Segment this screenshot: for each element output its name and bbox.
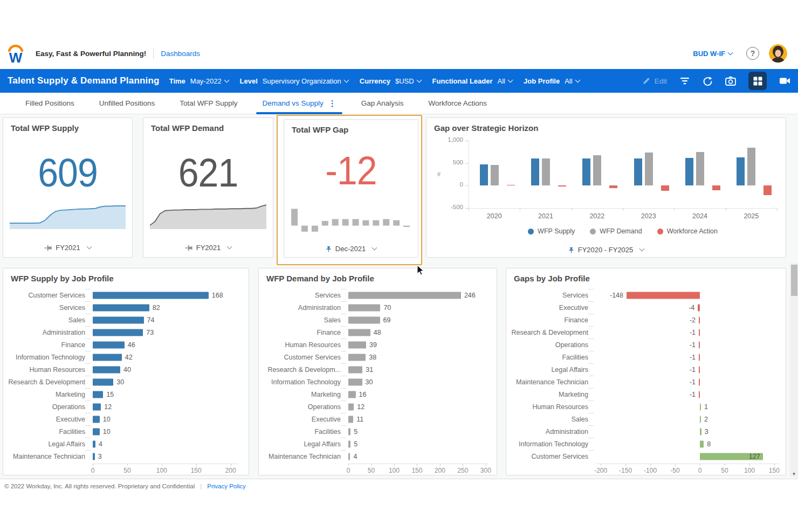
bar: [348, 378, 362, 385]
axis-tick: [341, 363, 346, 364]
period-selector[interactable]: FY2021: [143, 244, 273, 252]
chart-row-research-development: Research & Development-1: [506, 326, 786, 338]
chart-row-human-resources: Human Resources39: [259, 338, 497, 351]
toolbar-actions: Edit: [642, 72, 798, 90]
dashboards-link[interactable]: Dashboards: [161, 50, 200, 58]
value-label: 168: [212, 292, 223, 299]
filter-currency[interactable]: Currency$USD: [360, 77, 421, 85]
app-header: W Easy, Fast & Powerful Planning! Dashbo…: [0, 38, 798, 69]
chevron-down-icon: [416, 77, 422, 82]
bar-workforce-action-2020: [507, 185, 515, 186]
bar: [93, 341, 125, 348]
scrollbar[interactable]: ▾: [790, 263, 798, 477]
bar-wfp-demand-2020: [491, 165, 499, 186]
bar: [93, 453, 95, 460]
bar-area: 4: [348, 450, 488, 462]
footer: © 2022 Workday, Inc. All rights reserved…: [0, 479, 798, 493]
filter-functional-leader[interactable]: Functional LeaderAll: [432, 77, 512, 85]
pencil-icon: [642, 77, 651, 85]
period-selector[interactable]: FY2020 - FY2025: [426, 246, 786, 254]
bar-area: 69: [348, 314, 488, 326]
tab-demand-vs-supply[interactable]: Demand vs Supply⋮: [250, 93, 348, 114]
plan-context-selector[interactable]: BUD W-IF: [693, 50, 732, 58]
tab-total-wfp-supply[interactable]: Total WFP Supply: [167, 93, 250, 114]
chart-row-services: Services82: [3, 301, 249, 314]
bar-wfp-supply-2023: [634, 158, 642, 186]
bar: [93, 354, 122, 361]
period-label: FY2021: [196, 244, 221, 252]
tab-menu-kebab-icon[interactable]: ⋮: [328, 99, 336, 107]
filter-time[interactable]: TimeMay-2022: [169, 77, 229, 85]
bar: [627, 292, 700, 299]
bar: [698, 304, 700, 311]
axis-tick: [85, 326, 91, 327]
scroll-down-arrow-icon[interactable]: ▾: [790, 471, 798, 476]
chart-row-finance: Finance48: [259, 326, 497, 338]
axis-tick: [341, 338, 346, 339]
period-label: FY2020 - FY2025: [578, 246, 634, 254]
grid-view-icon[interactable]: [748, 72, 767, 90]
period-selector[interactable]: FY2021: [3, 244, 132, 252]
help-icon[interactable]: ?: [746, 47, 759, 60]
card-total-wfp-gap[interactable]: Total WFP Gap -12 Dec-2021: [284, 119, 418, 258]
category-label: Marketing: [3, 391, 85, 398]
bar: [348, 341, 366, 348]
screenshot-camera-icon[interactable]: [725, 76, 736, 86]
scrollbar-thumb[interactable]: [791, 265, 797, 296]
x-tick: [440, 464, 441, 466]
tab-bar: Filled PositionsUnfilled PositionsTotal …: [0, 93, 798, 114]
chart-row-research-development: Research & Development30: [3, 376, 249, 388]
bar: [93, 304, 149, 311]
legend-dot: [657, 229, 663, 234]
filter-icon[interactable]: [679, 77, 690, 85]
x-tick-label: 50: [368, 467, 375, 474]
category-label: Human Resources: [3, 366, 85, 374]
category-label: Facilities: [3, 428, 85, 436]
edit-button[interactable]: Edit: [642, 77, 667, 85]
bar-area: -1: [596, 376, 779, 388]
legend-label: WFP Demand: [600, 227, 642, 235]
axis-tick: [588, 388, 594, 389]
tab-workforce-actions[interactable]: Workforce Actions: [416, 93, 500, 114]
filter-job-profile[interactable]: Job ProfileAll: [524, 77, 580, 85]
bar: [699, 316, 700, 323]
chart-row-finance: Finance46: [3, 338, 249, 351]
bar: [700, 416, 701, 423]
tab-unfilled-positions[interactable]: Unfilled Positions: [87, 93, 168, 114]
x-tick: [777, 208, 778, 211]
period-selector[interactable]: Dec-2021: [284, 245, 418, 253]
pushpin-icon: [568, 246, 574, 254]
y-tick: [465, 141, 469, 141]
filter-value: May-2022: [190, 77, 222, 85]
bar-area: 31: [348, 363, 488, 376]
value-label: 10: [103, 416, 111, 423]
bar-area: -1: [596, 351, 779, 363]
mouse-cursor: [417, 265, 427, 275]
privacy-policy-link[interactable]: Privacy Policy: [207, 483, 246, 489]
chart-row-facilities: Facilities10: [3, 425, 249, 438]
x-tick: [726, 208, 726, 211]
category-label: Legal Affairs: [506, 366, 588, 374]
axis-tick: [85, 338, 91, 339]
card-total-wfp-supply[interactable]: Total WFP Supply 609 FY2021: [3, 118, 133, 258]
value-label: -2: [690, 316, 696, 324]
tab-filled-positions[interactable]: Filled Positions: [13, 93, 87, 114]
x-tick-label: -150: [619, 467, 632, 474]
chart-row-maintenance-technician: Maintenance Technician4: [259, 450, 497, 462]
filter-label: Job Profile: [524, 77, 560, 85]
avatar[interactable]: [769, 44, 787, 63]
bar-area: 30: [348, 376, 488, 388]
filter-level[interactable]: LevelSupervisory Organization: [240, 77, 348, 85]
axis-tick: [341, 388, 346, 389]
x-tick-label: 0: [347, 467, 350, 474]
filter-value: All: [498, 77, 505, 85]
kpi-value-gap: -12: [284, 147, 418, 194]
tab-gap-analysis[interactable]: Gap Analysis: [349, 93, 416, 114]
refresh-icon[interactable]: [703, 76, 713, 86]
x-tick-label: 300: [480, 467, 491, 474]
chart-row-research-developm: Research & Developm...31: [259, 363, 497, 376]
x-tick-label: 200: [225, 467, 236, 474]
card-total-wfp-demand[interactable]: Total WFP Demand 621 FY2021: [143, 118, 273, 258]
selected-card-highlight: Total WFP Gap -12 Dec-2021: [277, 115, 422, 265]
video-camera-icon[interactable]: [779, 77, 790, 85]
